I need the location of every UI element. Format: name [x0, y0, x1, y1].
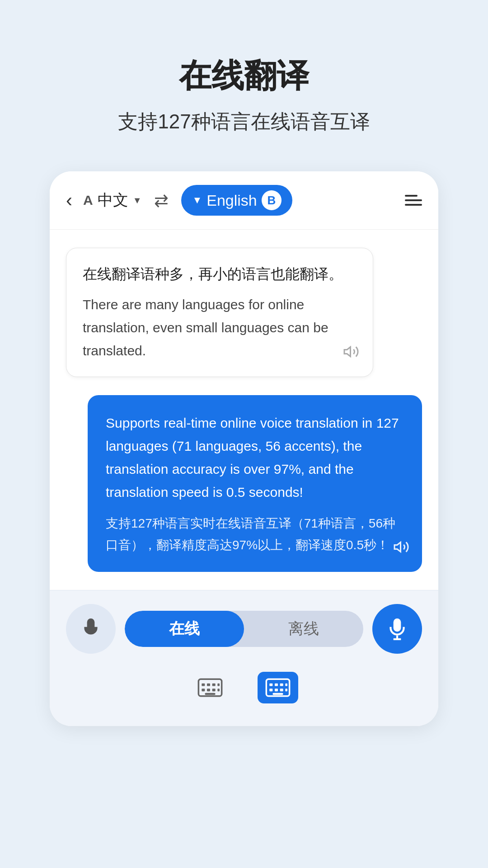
- lang-a-name: 中文: [98, 190, 128, 211]
- svg-rect-9: [212, 684, 216, 686]
- svg-rect-17: [269, 684, 272, 686]
- lang-selector-a[interactable]: A 中文 ▼: [83, 190, 141, 211]
- menu-line-2: [405, 199, 422, 201]
- svg-rect-15: [205, 693, 215, 695]
- bubble-right-english-text: Supports real-time online voice translat…: [106, 411, 404, 504]
- svg-rect-23: [280, 689, 283, 692]
- svg-rect-18: [275, 684, 278, 686]
- svg-rect-11: [202, 689, 205, 692]
- svg-rect-7: [202, 684, 205, 686]
- lang-b-name: English: [206, 192, 257, 209]
- lang-a-letter: A: [83, 193, 93, 208]
- bubble-left-source-text: 在线翻译语种多，再小的语言也能翻译。: [83, 263, 357, 286]
- menu-line-3: [405, 204, 422, 206]
- svg-marker-0: [344, 347, 351, 357]
- mic-button-left[interactable]: [66, 604, 116, 654]
- speaker-icon-left[interactable]: [343, 344, 359, 364]
- speaker-icon-right[interactable]: [393, 539, 409, 559]
- chat-area: 在线翻译语种多，再小的语言也能翻译。 There are many langua…: [50, 230, 438, 590]
- menu-button[interactable]: [405, 195, 422, 206]
- sub-title: 支持127种语言在线语音互译: [27, 108, 461, 135]
- svg-rect-20: [285, 684, 287, 686]
- header-section: 在线翻译 支持127种语言在线语音互译: [0, 0, 488, 162]
- bubble-right: Supports real-time online voice translat…: [88, 395, 422, 572]
- back-button[interactable]: ‹: [66, 191, 72, 210]
- bubble-right-chinese-text: 支持127种语言实时在线语音互译（71种语言，56种口音），翻译精度高达97%以…: [106, 513, 404, 556]
- svg-rect-14: [217, 689, 220, 692]
- svg-rect-22: [275, 689, 278, 692]
- keyboard-icon-right[interactable]: [258, 672, 298, 703]
- mode-offline-button[interactable]: 离线: [244, 611, 363, 647]
- mic-button-right[interactable]: [372, 604, 422, 654]
- svg-rect-8: [207, 684, 210, 686]
- lang-b-arrow-icon: ▼: [192, 194, 202, 206]
- svg-marker-1: [394, 542, 401, 552]
- svg-rect-21: [269, 689, 272, 692]
- svg-rect-24: [285, 689, 287, 692]
- main-title: 在线翻译: [27, 54, 461, 98]
- svg-rect-25: [272, 693, 283, 695]
- menu-line-1: [405, 195, 418, 197]
- app-card: ‹ A 中文 ▼ ⇄ ▼ English B 在线翻译语种多，再小的语言也能翻译…: [50, 171, 438, 726]
- bottom-bar: 在线 离线: [50, 590, 438, 672]
- lang-b-letter: B: [262, 190, 282, 210]
- toolbar: ‹ A 中文 ▼ ⇄ ▼ English B: [50, 171, 438, 230]
- svg-rect-19: [280, 684, 283, 686]
- svg-rect-12: [207, 689, 210, 692]
- mode-toggle: 在线 离线: [125, 611, 363, 647]
- lang-a-dropdown-icon: ▼: [133, 195, 142, 206]
- swap-button[interactable]: ⇄: [154, 190, 169, 210]
- svg-rect-10: [217, 684, 220, 686]
- keyboard-icon-left[interactable]: [190, 672, 230, 703]
- mode-online-button[interactable]: 在线: [125, 611, 244, 647]
- bubble-left: 在线翻译语种多，再小的语言也能翻译。 There are many langua…: [66, 248, 373, 377]
- lang-selector-b[interactable]: ▼ English B: [181, 185, 292, 216]
- svg-rect-13: [212, 689, 216, 692]
- bubble-left-translated-text: There are many languages for online tran…: [83, 293, 357, 362]
- keyboard-row: [50, 672, 438, 726]
